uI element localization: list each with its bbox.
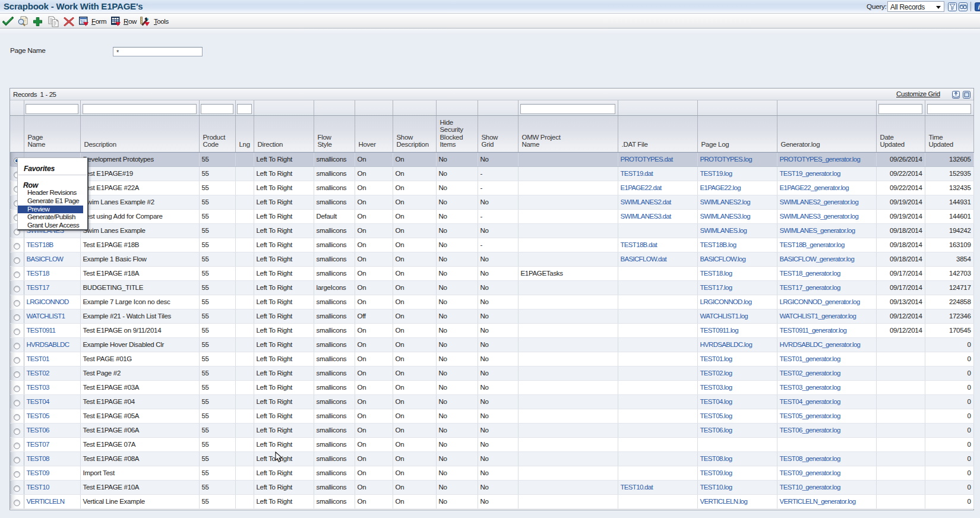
svg-text:i: i bbox=[978, 4, 980, 11]
